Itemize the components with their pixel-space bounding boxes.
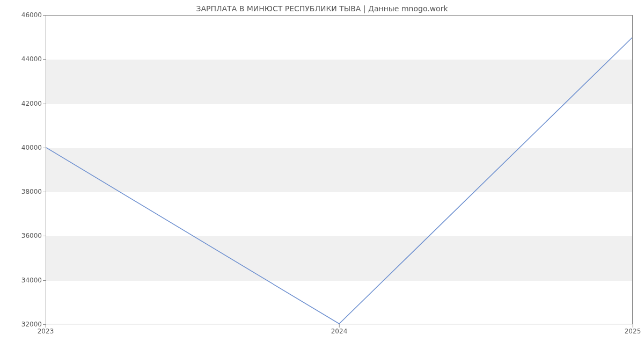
y-tick-label: 38000: [4, 188, 42, 195]
y-tick-label: 44000: [4, 55, 42, 63]
x-tick-label: 2023: [38, 328, 54, 335]
plot-area: [46, 15, 633, 324]
y-tick-label: 34000: [4, 277, 42, 284]
y-tick-label: 36000: [4, 232, 42, 239]
chart-container: ЗАРПЛАТА В МИНЮСТ РЕСПУБЛИКИ ТЫВА | Данн…: [0, 0, 644, 349]
chart-title: ЗАРПЛАТА В МИНЮСТ РЕСПУБЛИКИ ТЫВА | Данн…: [0, 4, 644, 13]
series-line: [46, 38, 632, 324]
x-tick-label: 2025: [625, 328, 641, 335]
y-tick-label: 42000: [4, 100, 42, 107]
x-tick-label: 2024: [331, 328, 348, 335]
y-tick-label: 46000: [4, 11, 42, 19]
y-tick-label: 40000: [4, 144, 42, 151]
line-layer: [46, 16, 632, 324]
y-tick-label: 32000: [4, 321, 42, 328]
